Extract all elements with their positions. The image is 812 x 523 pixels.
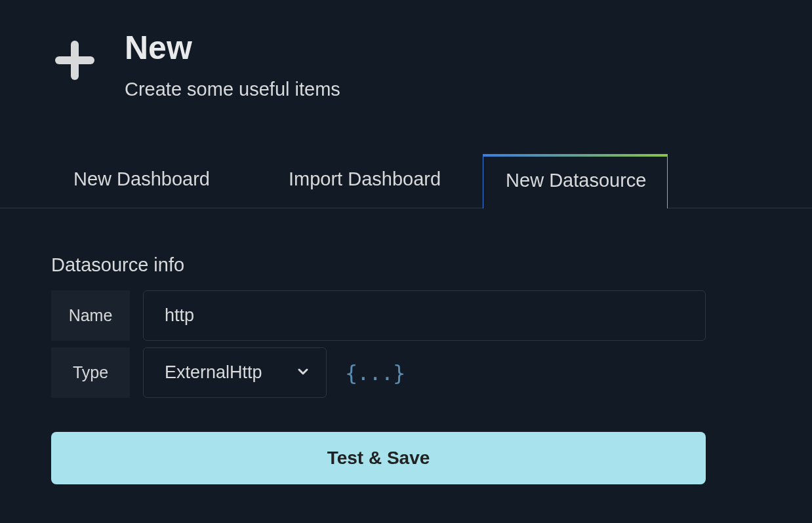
page-subtitle: Create some useful items (125, 79, 340, 100)
tab-new-dashboard[interactable]: New Dashboard (51, 154, 249, 208)
tab-new-datasource[interactable]: New Datasource (483, 154, 668, 208)
json-icon[interactable]: {...} (345, 360, 405, 385)
type-label: Type (51, 347, 130, 398)
page-header: New Create some useful items (0, 0, 812, 100)
plus-icon (51, 37, 98, 84)
form-row-name: Name (51, 290, 812, 341)
type-select[interactable]: ExternalHttp (143, 347, 327, 398)
section-title: Datasource info (51, 254, 812, 276)
tab-import-dashboard[interactable]: Import Dashboard (249, 154, 483, 208)
test-save-button[interactable]: Test & Save (51, 432, 706, 484)
name-label: Name (51, 290, 130, 341)
name-input[interactable] (143, 290, 706, 341)
form-row-type: Type ExternalHttp {...} (51, 347, 812, 398)
tabs: New Dashboard Import Dashboard New Datas… (0, 154, 812, 208)
svg-rect-1 (55, 56, 94, 64)
header-text: New Create some useful items (125, 31, 340, 100)
content: Datasource info Name Type ExternalHttp {… (0, 208, 812, 484)
page-title: New (125, 31, 340, 64)
type-select-wrapper: ExternalHttp (143, 347, 327, 398)
